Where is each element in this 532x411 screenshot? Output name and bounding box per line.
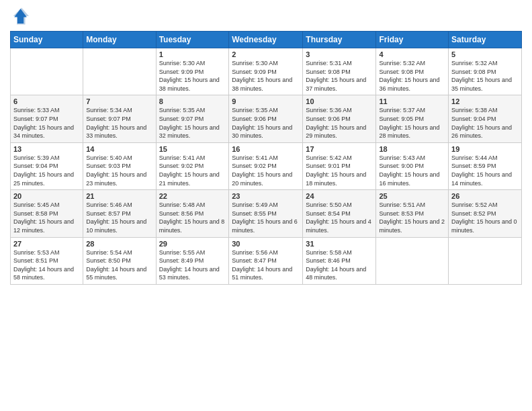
- day-number: 19: [451, 145, 519, 153]
- day-info: Sunrise: 5:58 AM Sunset: 8:46 PM Dayligh…: [306, 248, 373, 282]
- day-info: Sunrise: 5:50 AM Sunset: 8:54 PM Dayligh…: [306, 201, 373, 234]
- calendar-cell: 27Sunrise: 5:53 AM Sunset: 8:51 PM Dayli…: [11, 237, 83, 284]
- day-info: Sunrise: 5:30 AM Sunset: 9:09 PM Dayligh…: [232, 59, 300, 93]
- day-info: Sunrise: 5:43 AM Sunset: 9:00 PM Dayligh…: [379, 154, 445, 187]
- calendar-cell: [449, 237, 522, 284]
- calendar-cell: 20Sunrise: 5:45 AM Sunset: 8:58 PM Dayli…: [11, 190, 83, 237]
- day-info: Sunrise: 5:53 AM Sunset: 8:51 PM Dayligh…: [13, 248, 80, 282]
- day-info: Sunrise: 5:37 AM Sunset: 9:05 PM Dayligh…: [379, 106, 445, 140]
- day-info: Sunrise: 5:32 AM Sunset: 9:08 PM Dayligh…: [451, 59, 519, 93]
- calendar-cell: 5Sunrise: 5:32 AM Sunset: 9:08 PM Daylig…: [449, 48, 522, 95]
- calendar-cell: 14Sunrise: 5:40 AM Sunset: 9:03 PM Dayli…: [83, 142, 156, 189]
- day-info: Sunrise: 5:56 AM Sunset: 8:47 PM Dayligh…: [232, 248, 300, 282]
- week-row-1: 1Sunrise: 5:30 AM Sunset: 9:09 PM Daylig…: [11, 48, 522, 95]
- day-info: Sunrise: 5:35 AM Sunset: 9:07 PM Dayligh…: [159, 106, 226, 140]
- day-number: 13: [13, 145, 80, 153]
- day-info: Sunrise: 5:34 AM Sunset: 9:07 PM Dayligh…: [86, 106, 152, 140]
- day-info: Sunrise: 5:52 AM Sunset: 8:52 PM Dayligh…: [451, 201, 519, 234]
- day-info: Sunrise: 5:42 AM Sunset: 9:01 PM Dayligh…: [306, 154, 373, 187]
- weekday-header-sunday: Sunday: [11, 32, 83, 48]
- calendar-cell: [376, 237, 449, 284]
- day-number: 31: [306, 240, 373, 248]
- day-number: 21: [86, 192, 152, 200]
- day-number: 3: [306, 50, 373, 58]
- calendar-cell: 10Sunrise: 5:36 AM Sunset: 9:06 PM Dayli…: [303, 95, 376, 142]
- calendar-cell: 23Sunrise: 5:49 AM Sunset: 8:55 PM Dayli…: [229, 190, 303, 237]
- week-row-2: 6Sunrise: 5:33 AM Sunset: 9:07 PM Daylig…: [11, 95, 522, 142]
- calendar-cell: 22Sunrise: 5:48 AM Sunset: 8:56 PM Dayli…: [156, 190, 229, 237]
- logo-icon: [10, 7, 29, 26]
- calendar-table: SundayMondayTuesdayWednesdayThursdayFrid…: [10, 31, 522, 285]
- calendar-cell: 15Sunrise: 5:41 AM Sunset: 9:02 PM Dayli…: [156, 142, 229, 189]
- day-info: Sunrise: 5:51 AM Sunset: 8:53 PM Dayligh…: [379, 201, 445, 234]
- day-number: 14: [86, 145, 152, 153]
- calendar-cell: 21Sunrise: 5:46 AM Sunset: 8:57 PM Dayli…: [83, 190, 156, 237]
- calendar-cell: [11, 48, 83, 95]
- weekday-header-friday: Friday: [376, 32, 449, 48]
- calendar-cell: 11Sunrise: 5:37 AM Sunset: 9:05 PM Dayli…: [376, 95, 449, 142]
- calendar-cell: 28Sunrise: 5:54 AM Sunset: 8:50 PM Dayli…: [83, 237, 156, 284]
- weekday-header-row: SundayMondayTuesdayWednesdayThursdayFrid…: [11, 32, 522, 48]
- calendar-cell: [83, 48, 156, 95]
- header: [10, 7, 522, 26]
- day-number: 20: [13, 192, 80, 200]
- day-number: 6: [13, 97, 80, 105]
- page: SundayMondayTuesdayWednesdayThursdayFrid…: [0, 0, 532, 411]
- day-info: Sunrise: 5:41 AM Sunset: 9:02 PM Dayligh…: [232, 154, 300, 187]
- day-number: 23: [232, 192, 300, 200]
- day-info: Sunrise: 5:35 AM Sunset: 9:06 PM Dayligh…: [232, 106, 300, 140]
- calendar-cell: 3Sunrise: 5:31 AM Sunset: 9:08 PM Daylig…: [303, 48, 376, 95]
- day-number: 18: [379, 145, 445, 153]
- weekday-header-wednesday: Wednesday: [229, 32, 303, 48]
- week-row-4: 20Sunrise: 5:45 AM Sunset: 8:58 PM Dayli…: [11, 190, 522, 237]
- calendar-cell: 16Sunrise: 5:41 AM Sunset: 9:02 PM Dayli…: [229, 142, 303, 189]
- day-number: 15: [159, 145, 226, 153]
- day-info: Sunrise: 5:46 AM Sunset: 8:57 PM Dayligh…: [86, 201, 152, 234]
- day-info: Sunrise: 5:32 AM Sunset: 9:08 PM Dayligh…: [379, 59, 445, 93]
- day-info: Sunrise: 5:33 AM Sunset: 9:07 PM Dayligh…: [13, 106, 80, 140]
- calendar-cell: 2Sunrise: 5:30 AM Sunset: 9:09 PM Daylig…: [229, 48, 303, 95]
- weekday-header-monday: Monday: [83, 32, 156, 48]
- calendar-cell: 12Sunrise: 5:38 AM Sunset: 9:04 PM Dayli…: [449, 95, 522, 142]
- weekday-header-saturday: Saturday: [449, 32, 522, 48]
- weekday-header-tuesday: Tuesday: [156, 32, 229, 48]
- day-number: 7: [86, 97, 152, 105]
- week-row-3: 13Sunrise: 5:39 AM Sunset: 9:04 PM Dayli…: [11, 142, 522, 189]
- day-number: 8: [159, 97, 226, 105]
- day-info: Sunrise: 5:45 AM Sunset: 8:58 PM Dayligh…: [13, 201, 80, 234]
- day-info: Sunrise: 5:49 AM Sunset: 8:55 PM Dayligh…: [232, 201, 300, 234]
- calendar-cell: 24Sunrise: 5:50 AM Sunset: 8:54 PM Dayli…: [303, 190, 376, 237]
- day-info: Sunrise: 5:48 AM Sunset: 8:56 PM Dayligh…: [159, 201, 226, 234]
- calendar-cell: 19Sunrise: 5:44 AM Sunset: 8:59 PM Dayli…: [449, 142, 522, 189]
- calendar-cell: 1Sunrise: 5:30 AM Sunset: 9:09 PM Daylig…: [156, 48, 229, 95]
- day-number: 25: [379, 192, 445, 200]
- calendar-cell: 17Sunrise: 5:42 AM Sunset: 9:01 PM Dayli…: [303, 142, 376, 189]
- day-number: 10: [306, 97, 373, 105]
- day-number: 26: [451, 192, 519, 200]
- day-number: 29: [159, 240, 226, 248]
- calendar-cell: 6Sunrise: 5:33 AM Sunset: 9:07 PM Daylig…: [11, 95, 83, 142]
- calendar-cell: 29Sunrise: 5:55 AM Sunset: 8:49 PM Dayli…: [156, 237, 229, 284]
- weekday-header-thursday: Thursday: [303, 32, 376, 48]
- day-number: 9: [232, 97, 300, 105]
- calendar-cell: 8Sunrise: 5:35 AM Sunset: 9:07 PM Daylig…: [156, 95, 229, 142]
- svg-marker-1: [13, 8, 29, 25]
- day-number: 22: [159, 192, 226, 200]
- day-number: 28: [86, 240, 152, 248]
- day-number: 12: [451, 97, 519, 105]
- day-info: Sunrise: 5:31 AM Sunset: 9:08 PM Dayligh…: [306, 59, 373, 93]
- day-number: 1: [159, 50, 226, 58]
- day-number: 4: [379, 50, 445, 58]
- day-number: 17: [306, 145, 373, 153]
- logo: [10, 7, 30, 26]
- day-info: Sunrise: 5:40 AM Sunset: 9:03 PM Dayligh…: [86, 154, 152, 187]
- day-info: Sunrise: 5:38 AM Sunset: 9:04 PM Dayligh…: [451, 106, 519, 140]
- day-info: Sunrise: 5:55 AM Sunset: 8:49 PM Dayligh…: [159, 248, 226, 282]
- day-info: Sunrise: 5:44 AM Sunset: 8:59 PM Dayligh…: [451, 154, 519, 187]
- calendar-cell: 18Sunrise: 5:43 AM Sunset: 9:00 PM Dayli…: [376, 142, 449, 189]
- day-number: 16: [232, 145, 300, 153]
- calendar-cell: 4Sunrise: 5:32 AM Sunset: 9:08 PM Daylig…: [376, 48, 449, 95]
- week-row-5: 27Sunrise: 5:53 AM Sunset: 8:51 PM Dayli…: [11, 237, 522, 284]
- calendar-cell: 9Sunrise: 5:35 AM Sunset: 9:06 PM Daylig…: [229, 95, 303, 142]
- calendar-cell: 25Sunrise: 5:51 AM Sunset: 8:53 PM Dayli…: [376, 190, 449, 237]
